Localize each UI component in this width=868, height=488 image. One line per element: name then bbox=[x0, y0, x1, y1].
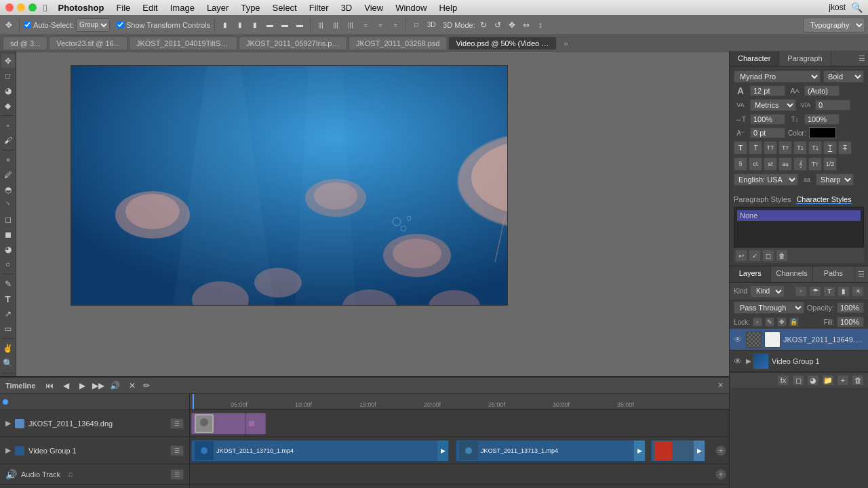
clip-0-still[interactable] bbox=[191, 413, 245, 434]
h-scale-input[interactable] bbox=[750, 114, 785, 125]
menu-photoshop[interactable]: Photoshop bbox=[52, 1, 109, 14]
opacity-input[interactable] bbox=[837, 302, 864, 313]
zoom-tool[interactable]: 🔍 bbox=[1, 357, 15, 370]
show-transform-checkbox[interactable] bbox=[117, 21, 124, 28]
step-forward-button[interactable]: ▶▶ bbox=[92, 380, 104, 392]
all-caps-button[interactable]: TT bbox=[764, 141, 777, 155]
eyedropper-tool[interactable]: 🖌 bbox=[1, 134, 15, 147]
menu-help[interactable]: Help bbox=[433, 1, 462, 14]
auto-select-dropdown[interactable]: GroupLayer bbox=[76, 18, 110, 32]
superscript-button[interactable]: T1 bbox=[793, 141, 807, 155]
track-0-settings[interactable]: ☰ bbox=[170, 418, 184, 429]
tab-0[interactable]: sd @ 3... bbox=[3, 37, 47, 49]
old-style-button[interactable]: st bbox=[764, 157, 777, 171]
3d-mode-orbit-icon[interactable]: ↺ bbox=[492, 19, 504, 31]
lasso-tool[interactable]: ◕ bbox=[1, 84, 15, 98]
move-tool[interactable]: ✥ bbox=[1, 54, 15, 68]
gradient-tool[interactable]: ◼ bbox=[1, 228, 15, 241]
layer-row-1[interactable]: 👁 ▶ Video Group 1 bbox=[730, 350, 868, 372]
font-size-input[interactable] bbox=[750, 85, 785, 96]
add-audio-track[interactable]: + bbox=[715, 469, 726, 480]
filter-smart-icon[interactable]: ☀ bbox=[852, 286, 864, 297]
paragraph-styles-tab[interactable]: Paragraph Styles bbox=[734, 195, 791, 204]
filter-pixel-icon[interactable]: ▫ bbox=[795, 286, 807, 297]
tracking-input[interactable] bbox=[815, 100, 850, 110]
3d-mode-slide-icon[interactable]: ⇔ bbox=[520, 19, 532, 31]
menu-3d[interactable]: 3D bbox=[336, 1, 358, 14]
align-center-h-icon[interactable]: ▮ bbox=[234, 19, 246, 31]
strikethrough-button[interactable]: T bbox=[838, 141, 852, 155]
contextual-button[interactable]: 1/2 bbox=[823, 157, 837, 171]
filter-shape-icon[interactable]: ▮ bbox=[837, 286, 850, 297]
small-caps-button[interactable]: TT bbox=[778, 141, 792, 155]
new-layer-button[interactable]: + bbox=[837, 375, 849, 386]
skip-back-button[interactable]: ⏮ bbox=[43, 380, 56, 392]
kerning-dropdown[interactable]: MetricsOptical0 bbox=[750, 99, 796, 111]
blend-mode-dropdown[interactable]: Pass ThroughNormalMultiplyScreen bbox=[734, 302, 804, 314]
audio-button[interactable]: 🔊 bbox=[108, 380, 121, 392]
group-layer-button[interactable]: 📁 bbox=[822, 375, 834, 386]
channels-tab[interactable]: Channels bbox=[771, 266, 812, 282]
subscript-button[interactable]: T1 bbox=[808, 141, 822, 155]
font-family-dropdown[interactable]: Myriad Pro bbox=[734, 70, 821, 83]
pen-tool[interactable]: ✎ bbox=[1, 277, 15, 291]
menu-view[interactable]: View bbox=[359, 1, 389, 14]
underline-button[interactable]: T bbox=[823, 141, 837, 155]
menu-window[interactable]: Window bbox=[390, 1, 432, 14]
distribute-top-icon[interactable]: = bbox=[359, 19, 372, 31]
tab-2[interactable]: JKOST_2011_04019TiltShift.psd bbox=[129, 37, 237, 49]
layer-row-0[interactable]: 👁 JKOST_2011_13649.dng bbox=[730, 329, 868, 350]
layer-mask-button[interactable]: ◻ bbox=[792, 375, 804, 386]
menu-file[interactable]: File bbox=[111, 1, 136, 14]
italic-button[interactable]: T bbox=[749, 141, 762, 155]
auto-select-checkbox[interactable] bbox=[24, 21, 31, 28]
type-tool[interactable]: T bbox=[1, 292, 15, 306]
tab-overflow-button[interactable]: » bbox=[558, 37, 573, 49]
layer-0-visibility[interactable]: 👁 bbox=[732, 334, 743, 345]
trim-button[interactable]: ✏ bbox=[140, 380, 153, 392]
distribute-right-icon[interactable]: ||| bbox=[344, 19, 357, 31]
char-panel-menu[interactable]: ☰ bbox=[856, 52, 868, 66]
track-0-expand[interactable]: ▶ bbox=[5, 419, 11, 428]
filter-adjust-icon[interactable]: ☂ bbox=[809, 286, 821, 297]
dodge-tool[interactable]: ○ bbox=[1, 258, 15, 271]
workspace-selector[interactable]: TypographyEssentialsDesign bbox=[803, 18, 865, 33]
v-scale-input[interactable] bbox=[804, 114, 840, 125]
history-brush-tool[interactable]: ◝ bbox=[1, 198, 15, 211]
paths-tab[interactable]: Paths bbox=[813, 266, 854, 282]
zoom-button[interactable] bbox=[28, 3, 37, 12]
fill-input[interactable] bbox=[837, 317, 864, 327]
track-1-expand[interactable]: ▶ bbox=[5, 446, 11, 455]
clip-1-video-2[interactable]: ▶ bbox=[651, 440, 705, 462]
menu-image[interactable]: Image bbox=[165, 1, 200, 14]
timeline-playhead-indicator[interactable] bbox=[3, 399, 8, 405]
adjustment-layer-button[interactable]: ◕ bbox=[807, 375, 819, 386]
baseline-input[interactable] bbox=[750, 127, 785, 138]
distribute-center-v-icon[interactable]: = bbox=[374, 19, 387, 31]
lock-transparent-button[interactable]: ▫ bbox=[753, 317, 762, 327]
layers-tab[interactable]: Layers bbox=[730, 266, 771, 282]
eraser-tool[interactable]: ◻ bbox=[1, 213, 15, 226]
distribute-left-icon[interactable]: ||| bbox=[315, 19, 327, 31]
font-style-dropdown[interactable]: BoldRegularItalic bbox=[823, 70, 864, 83]
lock-position-button[interactable]: ✥ bbox=[777, 317, 787, 327]
close-button[interactable] bbox=[5, 3, 14, 12]
3d-transform-icon[interactable]: 3D bbox=[425, 19, 437, 31]
align-top-icon[interactable]: ▬ bbox=[264, 19, 276, 31]
antialiasing-dropdown[interactable]: SharpCrispStrongSmooth bbox=[816, 174, 854, 186]
align-bottom-icon[interactable]: ▬ bbox=[294, 19, 306, 31]
split-button[interactable]: ✕ bbox=[126, 380, 138, 392]
ordinal-button[interactable]: aa bbox=[778, 157, 792, 171]
menu-filter[interactable]: Filter bbox=[304, 1, 334, 14]
shape-tool[interactable]: ▭ bbox=[1, 322, 15, 336]
tab-3[interactable]: JKOST_2011_05927Iris.psd bbox=[239, 37, 347, 49]
3d-mode-pan-icon[interactable]: ✥ bbox=[506, 19, 518, 31]
menu-select[interactable]: Select bbox=[267, 1, 302, 14]
checkmark-style-button[interactable]: ✓ bbox=[749, 249, 761, 262]
clip-1-video-1[interactable]: JKOST_2011_13713_1.mp4 ▶ bbox=[456, 440, 646, 462]
3d-mode-scale-icon[interactable]: ↕ bbox=[534, 19, 547, 31]
blur-tool[interactable]: ◕ bbox=[1, 243, 15, 256]
timeline-close-button[interactable]: ✕ bbox=[717, 381, 724, 390]
play-button[interactable]: ▶ bbox=[76, 380, 88, 392]
clip-0-video[interactable] bbox=[245, 413, 266, 434]
